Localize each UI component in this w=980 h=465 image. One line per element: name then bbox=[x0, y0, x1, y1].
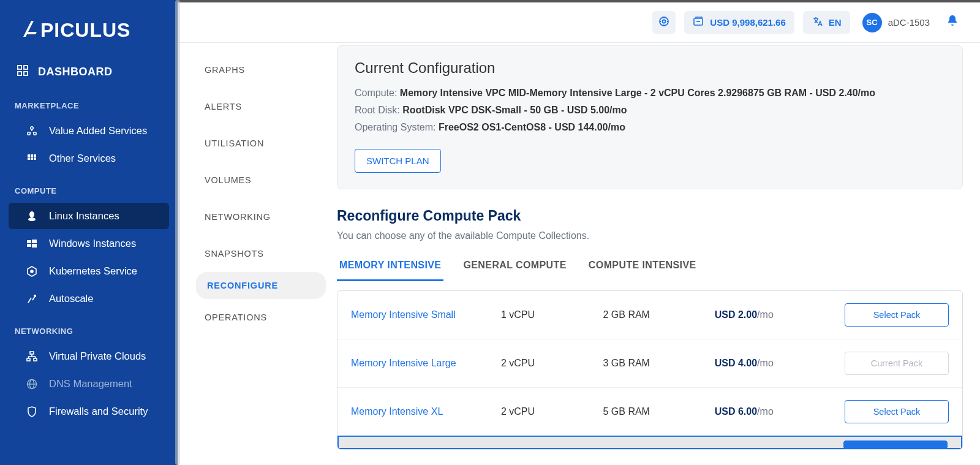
account-id: aDC-1503 bbox=[888, 17, 930, 28]
pack-name[interactable]: Memory Intensive Large bbox=[351, 358, 495, 369]
panel: Current Configuration Compute: Memory In… bbox=[337, 43, 980, 465]
kubernetes-icon bbox=[26, 266, 38, 277]
pack-price: USD 6.00/mo bbox=[715, 406, 820, 417]
pack-cpu: 1 vCPU bbox=[501, 309, 597, 320]
pack-ram: 3 GB RAM bbox=[603, 358, 708, 369]
pack-price: USD 2.00/mo bbox=[715, 309, 820, 320]
section-networking: NETWORKING bbox=[0, 313, 178, 342]
sidebar-item-dns[interactable]: DNS Management bbox=[9, 371, 169, 397]
notifications-button[interactable] bbox=[942, 14, 963, 31]
sidebar-item-other-services[interactable]: Other Services bbox=[9, 145, 169, 172]
svg-point-5 bbox=[31, 126, 33, 129]
linux-icon bbox=[26, 211, 38, 222]
help-icon bbox=[658, 16, 669, 29]
pack-price: USD 4.00/mo bbox=[715, 358, 820, 369]
nav-label: Virtual Private Clouds bbox=[49, 350, 146, 362]
nav-label: Firewalls and Security bbox=[49, 406, 148, 417]
config-title: Current Configuration bbox=[355, 59, 945, 77]
pack-row-selected-cutoff bbox=[337, 436, 962, 449]
svg-rect-23 bbox=[27, 358, 30, 361]
tab-compute-intensive[interactable]: COMPUTE INTENSIVE bbox=[586, 254, 699, 281]
pack-name[interactable]: Memory Intensive Small bbox=[351, 309, 495, 320]
services-icon bbox=[26, 126, 38, 137]
topbar: USD 9,998,621.66 EN SC aDC-1503 bbox=[178, 0, 980, 43]
language-chip[interactable]: EN bbox=[803, 11, 850, 34]
help-button[interactable] bbox=[652, 11, 676, 34]
svg-point-15 bbox=[28, 217, 36, 221]
sidebar-item-windows[interactable]: Windows Instances bbox=[9, 230, 169, 257]
section-marketplace: MARKETPLACE bbox=[0, 88, 178, 116]
subnav-utilisation[interactable]: UTILISATION bbox=[196, 125, 326, 162]
pack-ram: 2 GB RAM bbox=[603, 309, 708, 320]
svg-rect-22 bbox=[30, 352, 34, 354]
config-root-label: Root Disk: bbox=[355, 105, 402, 115]
svg-rect-4 bbox=[24, 72, 28, 75]
svg-point-21 bbox=[31, 270, 33, 273]
svg-rect-8 bbox=[28, 154, 30, 157]
subnav-networking[interactable]: NETWORKING bbox=[196, 198, 326, 235]
config-root-value: RootDisk VPC DSK-Small - 50 GB - USD 5.0… bbox=[402, 105, 627, 115]
subnav-snapshots[interactable]: SNAPSHOTS bbox=[196, 235, 326, 272]
balance-chip[interactable]: USD 9,998,621.66 bbox=[684, 11, 794, 34]
shield-icon bbox=[26, 406, 38, 417]
svg-rect-9 bbox=[31, 154, 33, 157]
current-pack-button: Current Pack bbox=[845, 352, 949, 375]
svg-rect-3 bbox=[18, 72, 21, 75]
section-compute: COMPUTE bbox=[0, 173, 178, 202]
svg-rect-24 bbox=[34, 358, 37, 361]
pack-row: Memory Intensive Large 2 vCPU 3 GB RAM U… bbox=[337, 339, 962, 387]
switch-plan-button[interactable]: SWITCH PLAN bbox=[355, 149, 441, 173]
pack-cpu: 2 vCPU bbox=[501, 358, 597, 369]
svg-rect-19 bbox=[32, 244, 37, 248]
network-icon bbox=[26, 351, 38, 362]
svg-point-28 bbox=[663, 20, 666, 23]
pack-cpu: 2 vCPU bbox=[501, 406, 597, 417]
main: USD 9,998,621.66 EN SC aDC-1503 GRAP bbox=[178, 0, 980, 465]
language-value: EN bbox=[829, 17, 842, 28]
config-os-row: Operating System: FreeOS2 OS1-CentOS8 - … bbox=[355, 122, 945, 133]
config-compute-row: Compute: Memory Intensive VPC MID-Memory… bbox=[355, 88, 945, 99]
brand-logo: PICULUS bbox=[0, 0, 178, 50]
tab-memory-intensive[interactable]: MEMORY INTENSIVE bbox=[337, 254, 443, 281]
svg-rect-13 bbox=[34, 157, 36, 160]
select-pack-button[interactable]: Select Pack bbox=[845, 400, 949, 423]
svg-rect-16 bbox=[27, 240, 31, 243]
subnav-volumes[interactable]: VOLUMES bbox=[196, 162, 326, 198]
pack-row: Memory Intensive XL 2 vCPU 5 GB RAM USD … bbox=[337, 387, 962, 436]
select-pack-button[interactable] bbox=[843, 440, 948, 449]
nav-label: DNS Management bbox=[49, 378, 132, 390]
sidebar-item-firewalls[interactable]: Firewalls and Security bbox=[9, 398, 169, 425]
sidebar-item-dashboard[interactable]: DASHBOARD bbox=[0, 56, 178, 88]
sidebar-item-autoscale[interactable]: Autoscale bbox=[9, 285, 169, 312]
nav-label: Autoscale bbox=[49, 293, 93, 304]
sidebar-item-vpc[interactable]: Virtual Private Clouds bbox=[9, 343, 169, 369]
windows-icon bbox=[26, 239, 38, 249]
compute-tabs: MEMORY INTENSIVE GENERAL COMPUTE COMPUTE… bbox=[337, 254, 963, 282]
tab-general-compute[interactable]: GENERAL COMPUTE bbox=[461, 254, 568, 281]
sidebar-nav: DASHBOARD MARKETPLACE Value Added Servic… bbox=[0, 50, 178, 438]
wallet-icon bbox=[693, 16, 704, 29]
nav-label: Other Services bbox=[49, 153, 116, 164]
sidebar-item-k8s[interactable]: Kubernetes Service bbox=[9, 258, 169, 284]
avatar: SC bbox=[862, 13, 882, 32]
subnav-graphs[interactable]: GRAPHS bbox=[196, 51, 326, 88]
instance-subnav: GRAPHS ALERTS UTILISATION VOLUMES NETWOR… bbox=[178, 43, 337, 465]
nav-label: Value Added Services bbox=[49, 125, 147, 137]
reconfigure-title: Reconfigure Compute Pack bbox=[337, 208, 963, 224]
sidebar-item-linux[interactable]: Linux Instances bbox=[9, 203, 169, 229]
svg-point-14 bbox=[29, 211, 34, 217]
pack-name[interactable]: Memory Intensive XL bbox=[351, 406, 495, 417]
autoscale-icon bbox=[26, 293, 38, 304]
svg-rect-18 bbox=[27, 244, 31, 247]
sidebar-item-vas[interactable]: Value Added Services bbox=[9, 118, 169, 144]
select-pack-button[interactable]: Select Pack bbox=[845, 303, 949, 327]
current-config-card: Current Configuration Compute: Memory In… bbox=[337, 45, 963, 189]
bell-icon bbox=[946, 15, 959, 31]
pack-list: Memory Intensive Small 1 vCPU 2 GB RAM U… bbox=[337, 290, 963, 450]
subnav-operations[interactable]: OPERATIONS bbox=[196, 299, 326, 336]
sidebar: PICULUS DASHBOARD MARKETPLACE Value bbox=[0, 0, 178, 465]
subnav-alerts[interactable]: ALERTS bbox=[196, 88, 326, 125]
subnav-reconfigure[interactable]: RECONFIGURE bbox=[196, 272, 326, 299]
nav-label: Windows Instances bbox=[49, 238, 136, 249]
account-menu[interactable]: SC aDC-1503 bbox=[859, 13, 933, 32]
